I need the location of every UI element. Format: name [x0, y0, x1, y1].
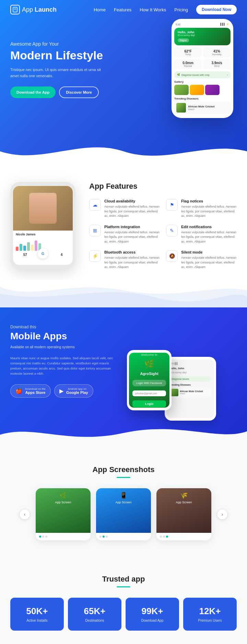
silent-icon: 🔕: [166, 250, 178, 262]
stat-active-installs: 50K+ Active Installs: [10, 598, 64, 631]
features-grid: ☁ Cloud availability Aerean vulputate el…: [89, 199, 237, 270]
phone-diagnose: 🌿 Diagnose issues with crop ›: [174, 71, 231, 78]
download-subtitle: Download this: [10, 325, 120, 329]
feature-silent: 🔕 Silent mode Aerean vulputate eleifend …: [166, 250, 237, 270]
phone-subtext: It's a sunny day!: [178, 34, 227, 36]
trusted-line: [117, 586, 130, 587]
features-phone-mockup: Nicole James 57 19 4: [10, 182, 75, 269]
screenshot-img-1: 🌿 App Screen: [36, 488, 91, 533]
nav-pricing[interactable]: Pricing: [174, 7, 188, 12]
flag-icon: ⚑: [166, 199, 178, 211]
phone-header: Hello, John It's a sunny day! Rajpur: [174, 28, 231, 45]
feature-cloud-content: Cloud availability Aerean vulputate elei…: [104, 199, 160, 219]
features-phone: Nicole James 57 19 4: [10, 182, 79, 269]
stats-grid: 50K+ Active Installs 65K+ Destinations 9…: [10, 598, 237, 631]
hero-content: Awesome App for Your Modern Lifestyle Tr…: [0, 27, 117, 98]
phone-greeting: Hello, John: [178, 31, 227, 34]
stat-premium-users: 12K+ Premium Users: [183, 598, 237, 631]
feature-bluetooth-content: Bluetooth access Aerean vulputate eleife…: [104, 250, 160, 270]
bluetooth-icon: ⚡: [89, 250, 101, 262]
screenshot-img-2: 📱 App Screen: [96, 488, 151, 533]
phone-trend-title: Trending Diseases: [174, 97, 231, 100]
disease-info: African Mole Cricket Insect: [188, 105, 214, 110]
feature-platform-content: Platform integration Aerean vulputate el…: [104, 225, 160, 244]
screenshot-dots-2: [99, 536, 108, 538]
hero-subtitle: Awesome App for Your: [10, 41, 106, 47]
navbar: App Launch Home Features How It Works Pr…: [0, 0, 247, 19]
logo-icon: [10, 5, 20, 14]
bar-5: [31, 245, 34, 251]
google-logo: G: [38, 248, 48, 259]
apple-icon: 🍎: [15, 388, 22, 394]
cloud-icon: ☁: [89, 199, 101, 211]
hero-title: Modern Lifestyle: [10, 49, 106, 62]
feature-edit-content: Edit notifications Aerean vulputate elei…: [181, 225, 237, 244]
features-title: App Features: [89, 182, 237, 191]
download-content: Download this Mobile Apps Available on a…: [10, 325, 120, 421]
phone-stats: 62°F Temp 41% Humidity 0.0mm Rainfall 3.…: [174, 47, 231, 69]
nav-features[interactable]: Features: [114, 7, 131, 12]
stat-destinations: 65K+ Destinations: [68, 598, 121, 631]
bar-6: [35, 241, 37, 251]
feature-flag: ⚑ Flag notices Aerean vulputate eleifend…: [166, 199, 237, 219]
wave-divider-1: [0, 280, 247, 307]
feature-platform: ⊞ Platform integration Aerean vulputate …: [89, 225, 160, 244]
screenshots-line: [117, 477, 130, 478]
logo-text: App Launch: [22, 6, 57, 13]
disease-img: [176, 103, 186, 113]
download-now-button[interactable]: Download Now: [196, 5, 237, 14]
screenshot-img-3: 🌾 App Screen: [156, 488, 211, 533]
phone-stat-rain: 0.0mm Rainfall: [174, 59, 202, 69]
download-wave: [0, 421, 247, 448]
store-buttons: 🍎 Download on the Apps Store ▶ Android a…: [10, 384, 120, 398]
carousel-next-button[interactable]: ›: [217, 509, 228, 520]
apple-store-button[interactable]: 🍎 Download on the Apps Store: [10, 384, 51, 398]
edit-icon: ✎: [166, 225, 178, 236]
nav-links: Home Features How It Works Pricing Downl…: [94, 5, 237, 14]
hero-desc: Tristique nec ipsum. Ut quis ornare erat…: [10, 67, 106, 79]
portrait-photo: [29, 193, 57, 224]
wave-svg-1: [0, 280, 247, 307]
trusted-section: Trusted app 50K+ Active Installs 65K+ De…: [0, 558, 247, 644]
apple-button-text: Download on the Apps Store: [25, 387, 46, 395]
screenshot-dots-1: [39, 536, 47, 538]
screenshots-section: App Screenshots ‹ 🌿 App Screen: [0, 448, 247, 558]
screenshot-3-bottom: [156, 533, 211, 540]
feature-flag-content: Flag notices Aerean vulputate eleifend t…: [181, 199, 237, 219]
phone-stat-wind: 3.9m/s Wind: [203, 59, 231, 69]
bar-3: [23, 246, 26, 251]
bar-2: [20, 244, 22, 251]
phone-back-screen: 5:33 ▌▌ Hello, John It's a sunny day! Di…: [167, 360, 214, 418]
download-phones: 5:33 ▌▌ Hello, John It's a sunny day! Di…: [127, 331, 216, 421]
logo[interactable]: App Launch: [10, 5, 57, 14]
screenshot-2: 📱 App Screen: [96, 488, 151, 540]
nav-how-it-works[interactable]: How It Works: [140, 7, 166, 12]
download-section: Download this Mobile Apps Available on a…: [0, 307, 247, 448]
gallery-img-3: [205, 85, 220, 95]
discover-more-button[interactable]: Discover More: [59, 86, 99, 98]
download-tagline: Available on all modern operating system…: [10, 344, 120, 350]
gallery-img-2: [190, 85, 204, 95]
phone-front: Welcome to 🌿 AgroSight Login With Facebo…: [127, 350, 172, 410]
phone-stat-humidity: 41% Humidity: [203, 47, 231, 58]
screenshot-1: 🌿 App Screen: [36, 488, 91, 540]
phone-back: 5:33 ▌▌ Hello, John It's a sunny day! Di…: [165, 357, 216, 421]
google-play-button[interactable]: ▶ Android app on Google Play: [54, 384, 93, 398]
phone-disease: African Mole Cricket Insect: [174, 102, 231, 114]
phone-status-bar: 5:33 ▌▌▌ ⚡: [174, 23, 231, 26]
download-app-button[interactable]: Download the App: [10, 86, 56, 98]
feature-silent-content: Silent mode Aerean vulputate eleifend te…: [181, 250, 237, 270]
features-phone-photo: [13, 186, 73, 231]
phone-front-screen: Welcome to 🌿 AgroSight Login With Facebo…: [129, 353, 169, 408]
trusted-title: Trusted app: [10, 575, 237, 584]
download-body: Mauris vitae nunc ut augue mollis sodale…: [10, 355, 120, 376]
carousel-prev-button[interactable]: ‹: [19, 509, 30, 520]
nav-home[interactable]: Home: [94, 7, 106, 12]
screenshot-2-bottom: [96, 533, 151, 540]
bar-1: [16, 247, 19, 251]
screenshot-3: 🌾 App Screen: [156, 488, 211, 540]
features-section: Nicole James 57 19 4: [0, 165, 247, 280]
screenshot-dots-3: [160, 536, 168, 538]
platform-icon: ⊞: [89, 225, 101, 236]
hero-buttons: Download the App Discover More: [10, 86, 106, 98]
